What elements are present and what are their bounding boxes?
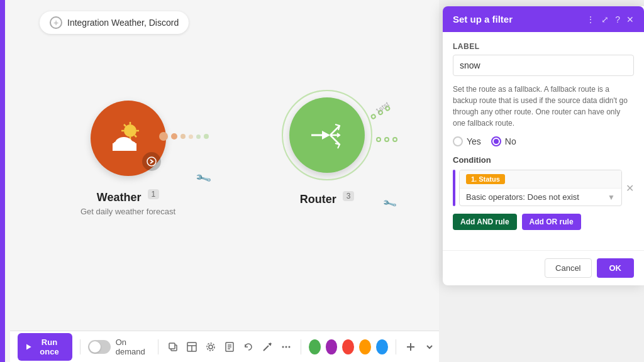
filter-header-icons: ⋮ ⤢ ? ✕ [586,14,634,25]
svg-line-15 [330,135,340,145]
route-dots-middle [376,137,397,142]
on-demand-toggle-container: On demand [88,337,150,356]
add-or-rule-button[interactable]: Add OR rule [522,214,581,230]
condition-close-button[interactable]: ✕ [626,182,634,194]
more-icon [281,342,291,352]
add-integration-icon: + [50,16,62,29]
operator-text: Basic operators: Does not exist [466,192,579,202]
no-radio-circle [491,136,501,146]
no-radio[interactable]: No [491,136,516,146]
svg-marker-16 [26,344,31,349]
weather-icon [106,119,150,157]
condition-bar [453,170,455,206]
canvas-area: + Integration Weather, Discord [5,0,439,362]
label-field-label: Label [453,42,634,51]
filter-expand-icon[interactable]: ⤢ [601,14,609,25]
svg-point-33 [288,346,290,348]
settings-button[interactable] [204,338,218,356]
weather-node-circle[interactable] [91,101,166,176]
svg-marker-12 [322,131,330,140]
green-module-button[interactable] [309,339,321,354]
magic-icon [262,342,272,352]
svg-line-28 [264,346,269,351]
settings-icon [206,342,216,352]
svg-rect-10 [113,143,136,151]
yes-radio-circle [453,136,463,146]
magic-button[interactable] [260,338,274,356]
filter-actions-row: Add AND rule Add OR rule [453,214,634,230]
undo-icon [243,342,253,352]
bottom-toolbar: Run once On demand [10,331,439,362]
svg-point-32 [285,346,287,348]
copy-icon [168,342,178,352]
undo-button[interactable] [242,338,255,356]
more-button[interactable] [279,338,293,356]
plus-icon [406,342,416,352]
blue-module-button[interactable] [376,339,388,354]
collapse-button[interactable] [423,338,436,356]
weather-node-badge: 1 [148,189,160,199]
fallback-radio-group: Yes No [453,136,634,146]
wrench-router-icon: 🔧 [382,195,397,211]
filter-header: Set up a filter ⋮ ⤢ ? ✕ [443,6,644,32]
run-once-button[interactable]: Run once [18,333,72,361]
router-icon [308,119,346,151]
copy-button[interactable] [166,338,180,356]
toggle-knob [89,341,101,353]
weather-node-sublabel: Get daily weather forecast [80,207,175,216]
integration-label: Integration Weather, Discord [67,18,179,28]
condition-bottom: Basic operators: Does not exist ▼ [460,189,621,206]
purple-module-button[interactable] [326,339,338,354]
condition-label: Condition [453,155,634,165]
toolbar-divider-2 [158,339,158,354]
table-icon [187,342,197,352]
collapse-icon [425,342,435,352]
toolbar-divider-3 [301,339,301,354]
svg-line-6 [135,135,136,137]
svg-point-11 [147,157,156,166]
no-label: No [505,136,516,146]
svg-point-23 [207,343,214,351]
condition-row: 1. Status Basic operators: Does not exis… [453,170,634,206]
svg-point-22 [209,345,213,349]
filter-title: Set up a filter [453,14,513,25]
fallback-info-text: Set the route as a fallback. A fallback … [453,84,634,129]
svg-rect-18 [169,343,175,349]
filter-body: Label Set the route as a fallback. A fal… [443,32,644,250]
svg-line-13 [330,126,340,135]
ok-button[interactable]: OK [597,258,635,278]
weather-node-label: Weather [97,191,142,204]
operator-dropdown-icon[interactable]: ▼ [608,193,615,202]
play-icon [26,343,31,351]
cancel-button[interactable]: Cancel [545,258,591,278]
wrench-icon: 🔧 [194,169,213,187]
notes-button[interactable] [223,338,236,356]
yes-label: Yes [467,136,481,146]
left-sidebar [0,0,5,362]
svg-line-5 [124,124,126,126]
filter-dots-icon[interactable]: ⋮ [586,14,595,25]
yes-radio[interactable]: Yes [453,136,481,146]
toolbar-divider-1 [80,339,80,354]
condition-top: 1. Status [460,170,621,189]
add-and-rule-button[interactable]: Add AND rule [453,214,517,230]
router-node-wrapper [289,97,365,173]
filter-close-icon[interactable]: ✕ [626,14,634,25]
router-node-circle[interactable] [289,97,365,173]
table-button[interactable] [185,338,199,356]
filter-panel: Set up a filter ⋮ ⤢ ? ✕ Label Set the ro… [443,6,644,285]
label-input[interactable] [453,55,634,76]
on-demand-toggle[interactable] [88,340,111,354]
filter-help-icon[interactable]: ? [615,14,620,25]
condition-inner: 1. Status Basic operators: Does not exis… [459,170,622,206]
weather-arrow-badge [142,152,161,171]
add-module-button[interactable] [404,338,418,356]
integration-badge[interactable]: + Integration Weather, Discord [40,11,189,34]
router-node-badge: 3 [343,191,355,201]
orange-module-button[interactable] [359,339,371,354]
red-module-button[interactable] [342,339,354,354]
status-badge: 1. Status [466,174,505,184]
notes-icon [225,342,235,352]
toolbar-divider-4 [396,339,396,354]
svg-point-31 [282,346,284,348]
